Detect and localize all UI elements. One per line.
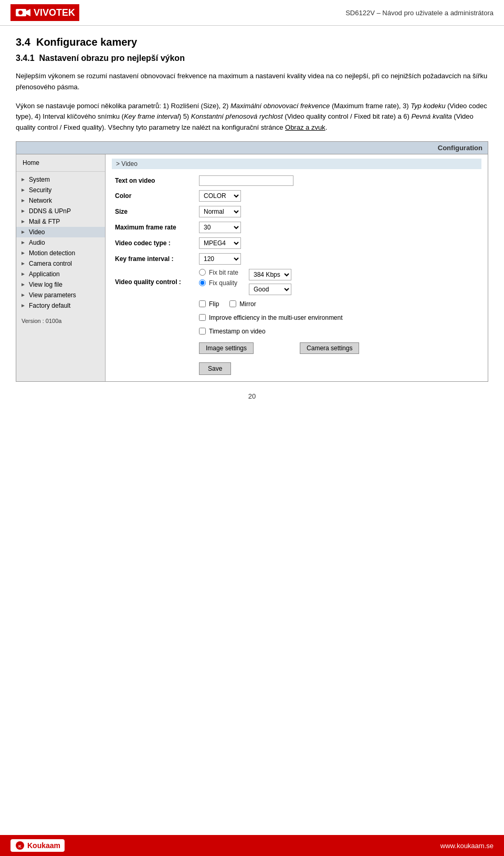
sidebar-item-mail[interactable]: ► Mail & FTP (16, 216, 105, 227)
sidebar-label-viewparams: View parameters (29, 291, 76, 299)
save-row: Save (196, 356, 481, 377)
sidebar-item-factory[interactable]: ► Factory default (16, 300, 105, 311)
breadcrumb: > Video (112, 159, 481, 169)
sidebar-label-viewlog: View log file (29, 281, 62, 288)
arrow-icon: ► (20, 208, 27, 214)
improve-label: Improve efficiency in the multi-user env… (209, 314, 343, 321)
sidebar-home[interactable]: Home (16, 157, 105, 169)
timestamp-label: Timestamp on video (209, 328, 266, 335)
sidebar-label-mail: Mail & FTP (29, 218, 60, 225)
sidebar-item-viewlog[interactable]: ► View log file (16, 279, 105, 290)
quality-select[interactable]: Good (249, 284, 291, 295)
frame-rate-label: Maximum frame rate (112, 220, 196, 235)
keyframe-value: 120 (196, 251, 481, 267)
sidebar-label-ddns: DDNS & UPnP (29, 207, 71, 215)
row-save: Save (112, 356, 481, 377)
keyframe-select[interactable]: 120 (199, 253, 241, 265)
paragraph1: Nejlepším výkonem se rozumí nastavení ob… (16, 71, 488, 93)
vqc-right: 384 Kbps Good (249, 269, 291, 295)
fix-bit-rate-radio[interactable] (199, 269, 206, 276)
color-value: COLOR (196, 188, 481, 204)
arrow-icon: ► (20, 229, 27, 235)
vqc-section: Fix bit rate Fix quality 384 (199, 269, 478, 295)
sidebar-item-motion[interactable]: ► Motion detection (16, 248, 105, 258)
sidebar-item-camera-control[interactable]: ► Camera control (16, 258, 105, 269)
arrow-icon: ► (20, 187, 27, 193)
row-improve: Improve efficiency in the multi-user env… (112, 311, 481, 325)
arrow-icon: ► (20, 281, 27, 288)
sidebar-item-audio[interactable]: ► Audio (16, 237, 105, 248)
arrow-icon: ► (20, 239, 27, 246)
sidebar-version: Version : 0100a (16, 314, 105, 328)
codec-select[interactable]: MPEG4 (199, 237, 241, 249)
bit-rate-select[interactable]: 384 Kbps (249, 269, 291, 280)
text-on-video-input[interactable] (199, 175, 293, 186)
row-vqc: Video quality control : Fix bit rate (112, 267, 481, 297)
form-table: Text on video Color COLOR (112, 173, 481, 377)
timestamp-checkbox[interactable] (199, 328, 206, 335)
text-on-video-label: Text on video (112, 173, 196, 188)
flip-label: Flip (209, 300, 219, 308)
sidebar-item-security[interactable]: ► Security (16, 185, 105, 195)
flip-checkbox[interactable] (199, 300, 206, 307)
mirror-label: Mirror (239, 300, 256, 308)
page-header: VIVOTEK SD6122V – Návod pro uživatele a … (0, 0, 504, 26)
content-area: > Video Text on video Color COLOR (106, 154, 488, 381)
mirror-checkbox[interactable] (229, 300, 236, 307)
sidebar-item-video[interactable]: ► Video (16, 227, 105, 237)
row-text-on-video: Text on video (112, 173, 481, 188)
size-value: Normal (196, 204, 481, 220)
config-body: Home ► System ► Security ► Network ► DDN… (16, 154, 488, 381)
sidebar-label-camera-control: Camera control (29, 260, 72, 267)
config-page-link[interactable]: Obraz a zvuk (285, 123, 326, 131)
arrow-icon: ► (20, 197, 27, 204)
arrow-icon: ► (20, 250, 27, 256)
arrow-icon: ► (20, 218, 27, 225)
color-label: Color (112, 188, 196, 204)
koukaam-logo-icon: K (15, 840, 25, 851)
vivotek-logo: VIVOTEK (10, 4, 79, 21)
row-timestamp: Timestamp on video (112, 325, 481, 338)
row-buttons: Image settings Camera settings (112, 338, 481, 356)
sidebar-item-ddns[interactable]: ► DDNS & UPnP (16, 206, 105, 216)
svg-point-2 (18, 11, 23, 15)
sidebar-item-network[interactable]: ► Network (16, 195, 105, 206)
logo-text: VIVOTEK (34, 7, 75, 18)
sidebar-item-system[interactable]: ► System (16, 174, 105, 185)
arrow-icon: ► (20, 292, 27, 298)
sidebar-label-application: Application (29, 270, 60, 278)
save-button[interactable]: Save (199, 362, 231, 375)
fix-bit-rate-label: Fix bit rate (209, 269, 238, 276)
vqc-radios: Fix bit rate Fix quality (199, 269, 238, 287)
sidebar-label-system: System (29, 176, 50, 183)
config-header-label: Configuration (16, 142, 488, 154)
image-settings-button[interactable]: Image settings (199, 342, 254, 354)
row-frame-rate: Maximum frame rate 30 (112, 220, 481, 235)
buttons-row: Image settings Camera settings (196, 338, 481, 356)
sidebar-item-application[interactable]: ► Application (16, 269, 105, 279)
header-title: SD6122V – Návod pro uživatele a administ… (345, 9, 494, 17)
timestamp-option: Timestamp on video (199, 327, 478, 336)
vqc-value: Fix bit rate Fix quality 384 (196, 267, 481, 297)
fix-quality-radio[interactable] (199, 279, 206, 286)
camera-icon (15, 6, 32, 19)
vqc-label: Video quality control : (112, 267, 196, 297)
sidebar-item-viewparams[interactable]: ► View parameters (16, 290, 105, 300)
sidebar: Home ► System ► Security ► Network ► DDN… (16, 154, 106, 381)
timestamp-row: Timestamp on video (196, 325, 481, 338)
flip-option: Flip (199, 299, 219, 309)
sidebar-label-security: Security (29, 186, 51, 194)
frame-rate-select[interactable]: 30 (199, 222, 241, 233)
flip-mirror-row: Flip Mirror (196, 297, 481, 311)
codec-value: MPEG4 (196, 235, 481, 251)
improve-checkbox[interactable] (199, 314, 206, 321)
row-codec: Video codec type : MPEG4 (112, 235, 481, 251)
size-select[interactable]: Normal (199, 206, 241, 217)
color-select[interactable]: COLOR (199, 190, 241, 202)
sidebar-label-audio: Audio (29, 239, 45, 246)
page-number: 20 (16, 387, 488, 405)
row-flip-mirror: Flip Mirror (112, 297, 481, 311)
camera-settings-button[interactable]: Camera settings (300, 342, 359, 354)
arrow-icon: ► (20, 302, 27, 309)
footer-url: www.koukaam.se (440, 842, 494, 850)
